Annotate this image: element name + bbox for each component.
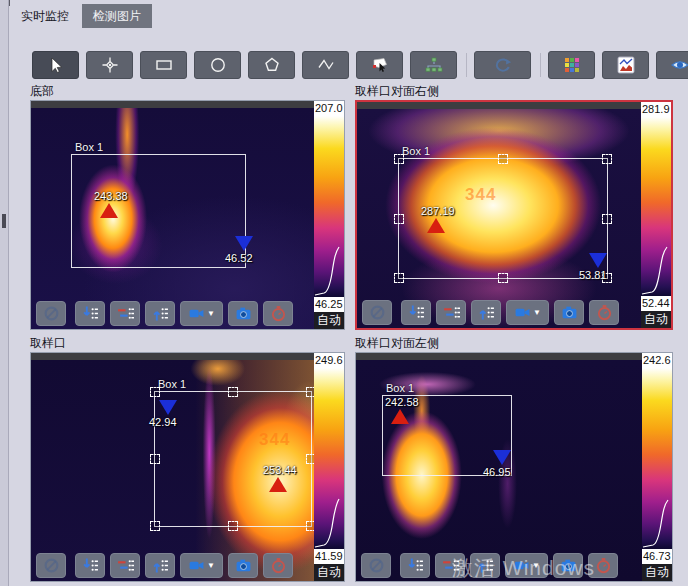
thermal-frame[interactable]: Box 1 242.58 46.95 242.6 <box>355 352 673 582</box>
circle-icon <box>208 55 228 75</box>
ellipse-tool-button[interactable] <box>194 51 241 79</box>
roi-handle[interactable] <box>228 521 238 531</box>
adjust-levels-button[interactable] <box>110 301 140 326</box>
import-list-button[interactable] <box>145 301 175 326</box>
roi-handle[interactable] <box>306 387 314 397</box>
splitter-grip[interactable] <box>2 214 6 228</box>
roi-handle[interactable] <box>150 521 160 531</box>
snapshot-button[interactable] <box>228 301 258 326</box>
hot-value: 253.44 <box>263 464 297 476</box>
export-list-button[interactable] <box>75 553 105 578</box>
hot-spot-marker: 287.19 <box>421 205 455 233</box>
rotate-disabled-button[interactable] <box>361 553 391 578</box>
left-splitter[interactable] <box>0 0 9 586</box>
panel-toolbar: ▼ <box>362 300 619 325</box>
timer-button[interactable] <box>263 301 293 326</box>
device-tree-button[interactable] <box>410 51 457 79</box>
roi-handle[interactable] <box>150 387 160 397</box>
arrow-down-list-icon <box>82 305 99 322</box>
hot-value: 243.38 <box>94 190 128 202</box>
snapshot-button[interactable] <box>554 300 584 325</box>
import-list-button[interactable] <box>145 553 175 578</box>
adjust-levels-button[interactable] <box>436 300 466 325</box>
video-camera-icon <box>188 305 205 322</box>
roi-handle[interactable] <box>498 273 508 283</box>
camera-panel-sampling-port-right: 取样口对面右侧 344 Box 1 <box>355 84 673 330</box>
refresh-button[interactable] <box>474 51 531 79</box>
thermal-frame-selected[interactable]: 344 Box 1 287.19 <box>355 100 673 330</box>
roi-box[interactable]: Box 1 <box>154 391 312 527</box>
thermal-scene-number: 344 <box>259 430 290 450</box>
rotate-disabled-button[interactable] <box>36 553 66 578</box>
cold-value: 53.81 <box>579 269 607 281</box>
scale-auto-button[interactable]: 自动 <box>314 564 344 581</box>
disabled-circle-icon <box>43 305 60 322</box>
roi-handle[interactable] <box>602 154 612 164</box>
roi-handle[interactable] <box>498 154 508 164</box>
roi-handle[interactable] <box>306 521 314 531</box>
roi-box-label: Box 1 <box>402 145 430 157</box>
scale-min-value: 46.73 <box>642 549 672 564</box>
video-record-button[interactable]: ▼ <box>180 301 223 326</box>
thermal-image[interactable]: 344 Box 1 287.19 <box>357 109 641 328</box>
roi-handle[interactable] <box>394 154 404 164</box>
thermal-image[interactable]: Box 1 243.38 46.52 <box>31 108 314 329</box>
video-strip <box>357 102 641 109</box>
thermal-monitor-window: 实时监控 检测图片 <box>0 0 688 586</box>
roi-handle[interactable] <box>150 454 160 464</box>
timer-button[interactable] <box>263 553 293 578</box>
eye-view-button[interactable] <box>656 51 688 79</box>
scale-gradient <box>642 368 672 549</box>
shape-edit-tool-button[interactable] <box>356 51 403 79</box>
histogram-curve <box>641 244 669 296</box>
disabled-circle-icon <box>43 557 60 574</box>
main-toolbar <box>32 51 688 79</box>
palette-button[interactable] <box>548 51 595 79</box>
scale-max-value: 207.0 <box>314 101 344 116</box>
scale-min-value: 52.44 <box>641 296 671 311</box>
hot-triangle-icon <box>100 203 118 218</box>
video-strip <box>31 101 314 108</box>
roi-handle[interactable] <box>306 454 314 464</box>
timer-button[interactable] <box>589 300 619 325</box>
panel-title: 取样口 <box>30 336 345 352</box>
roi-handle[interactable] <box>228 387 238 397</box>
snapshot-button[interactable] <box>228 553 258 578</box>
rotate-disabled-button[interactable] <box>362 300 392 325</box>
scale-auto-button[interactable]: 自动 <box>641 311 671 328</box>
video-record-button[interactable]: ▼ <box>506 300 549 325</box>
arrow-down-list-icon <box>408 304 425 321</box>
import-list-button[interactable] <box>471 300 501 325</box>
point-tool-button[interactable] <box>86 51 133 79</box>
polygon-tool-button[interactable] <box>248 51 295 79</box>
export-list-button[interactable] <box>400 553 430 578</box>
photo-camera-icon <box>235 305 252 322</box>
tab-realtime-monitor[interactable]: 实时监控 <box>10 4 80 28</box>
thermal-frame[interactable]: 344 Box 1 42.94 <box>30 352 345 582</box>
thermal-image[interactable]: 344 Box 1 42.94 <box>31 360 314 581</box>
rectangle-tool-button[interactable] <box>140 51 187 79</box>
cold-value: 42.94 <box>149 416 177 428</box>
roi-handle[interactable] <box>394 214 404 224</box>
cold-value: 46.95 <box>483 466 511 478</box>
export-list-button[interactable] <box>75 301 105 326</box>
scale-auto-button[interactable]: 自动 <box>314 312 344 329</box>
scale-gradient <box>314 368 344 549</box>
roi-handle[interactable] <box>602 214 612 224</box>
tab-detect-images[interactable]: 检测图片 <box>82 4 152 28</box>
adjust-levels-button[interactable] <box>110 553 140 578</box>
thermal-frame[interactable]: Box 1 243.38 46.52 207.0 <box>30 100 345 330</box>
select-tool-button[interactable] <box>32 51 79 79</box>
thermal-image[interactable]: Box 1 242.58 46.95 <box>356 360 642 581</box>
rotate-disabled-button[interactable] <box>36 301 66 326</box>
export-list-button[interactable] <box>401 300 431 325</box>
video-record-button[interactable]: ▼ <box>180 553 223 578</box>
timer-icon <box>270 305 287 322</box>
roi-handle[interactable] <box>394 273 404 283</box>
video-camera-icon <box>188 557 205 574</box>
polyline-tool-button[interactable] <box>302 51 349 79</box>
temp-curve-button[interactable] <box>602 51 649 79</box>
cold-spot-marker: 46.95 <box>483 450 511 478</box>
roi-box-label: Box 1 <box>75 141 103 153</box>
scale-auto-button[interactable]: 自动 <box>642 564 672 581</box>
